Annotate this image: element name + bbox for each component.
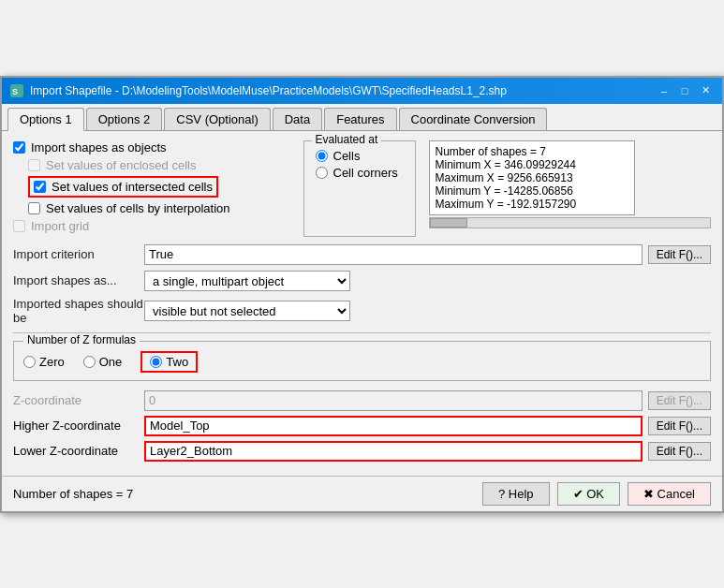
app-icon: S — [9, 83, 24, 98]
import-grid-label: Import grid — [31, 219, 89, 233]
z-radio-two-box: Two — [140, 351, 198, 373]
edit-higher-button[interactable]: Edit F()... — [648, 417, 711, 435]
checkbox-row-import-grid: Import grid — [13, 219, 296, 233]
help-button[interactable]: ? Help — [482, 482, 550, 506]
close-button[interactable]: ✕ — [696, 82, 715, 99]
status-buttons: ? Help ✔ OK ✖ Cancel — [482, 482, 711, 506]
z-zero-label[interactable]: Zero — [39, 355, 65, 369]
maximize-button[interactable]: □ — [675, 82, 694, 99]
eval-corners-label[interactable]: Cell corners — [333, 166, 398, 180]
import-shapes-as-row: Import shapes as... a single, multipart … — [13, 271, 711, 291]
higher-z-input[interactable] — [144, 416, 643, 436]
info-scrollbar-horizontal[interactable] — [429, 217, 712, 228]
evaluated-at-legend: Evaluated at — [312, 133, 382, 146]
z-zero-radio[interactable] — [23, 356, 36, 368]
edit-z-button: Edit F()... — [648, 391, 711, 410]
status-text: Number of shapes = 7 — [13, 487, 133, 501]
info-line-3: Minimum Y = -14285.06856 — [436, 184, 628, 198]
status-bar: Number of shapes = 7 ? Help ✔ OK ✖ Cance… — [2, 476, 722, 511]
tab-coordinate[interactable]: Coordinate Conversion — [399, 108, 548, 130]
z-coord-row: Z-coordinate Edit F()... — [13, 390, 711, 411]
tab-features[interactable]: Features — [324, 108, 396, 130]
tab-bar: Options 1 Options 2 CSV (Optional) Data … — [2, 104, 722, 131]
z-one-radio[interactable] — [83, 356, 96, 368]
minimize-button[interactable]: – — [655, 82, 673, 99]
radio-corners-row: Cell corners — [316, 166, 404, 180]
higher-z-coord-row: Higher Z-coordinate Edit F()... — [13, 416, 711, 436]
checkbox-row-intersected: Set values of intersected cells — [13, 176, 296, 198]
info-section: Number of shapes = 7 Minimum X = 346.099… — [429, 140, 712, 237]
intersected-cells-label[interactable]: Set values of intersected cells — [52, 180, 213, 194]
import-criterion-row: Import criterion Edit F()... — [13, 244, 711, 265]
tab-csv[interactable]: CSV (Optional) — [164, 108, 270, 130]
enclosed-cells-label: Set values of enclosed cells — [46, 158, 196, 172]
info-box: Number of shapes = 7 Minimum X = 346.099… — [429, 140, 635, 215]
eval-corners-radio[interactable] — [316, 167, 328, 179]
edit-lower-button[interactable]: Edit F()... — [648, 442, 711, 461]
tab-options2[interactable]: Options 2 — [86, 108, 163, 130]
eval-cells-radio[interactable] — [316, 150, 328, 162]
imported-shapes-label: Imported shapes should be — [13, 297, 144, 325]
intersected-cells-checkbox[interactable] — [34, 181, 46, 193]
top-section: Import shapes as objects Set values of e… — [13, 140, 711, 237]
eval-cells-label[interactable]: Cells — [333, 149, 361, 163]
import-shapes-label[interactable]: Import shapes as objects — [31, 140, 167, 154]
ok-button[interactable]: ✔ OK — [557, 482, 620, 506]
info-line-2: Maximum X = 9256.665913 — [436, 171, 628, 184]
import-criterion-label: Import criterion — [13, 247, 144, 261]
main-content: Import shapes as objects Set values of e… — [2, 131, 722, 476]
lower-z-coord-row: Lower Z-coordinate Edit F()... — [13, 441, 711, 462]
z-one-label[interactable]: One — [99, 355, 123, 369]
intersected-highlight-box: Set values of intersected cells — [28, 176, 218, 198]
import-criterion-input[interactable] — [144, 244, 643, 265]
z-radio-one: One — [83, 355, 123, 369]
import-shapes-checkbox[interactable] — [13, 141, 25, 154]
z-radio-row: Zero One Two — [23, 351, 701, 373]
scrollbar-thumb — [430, 218, 467, 228]
z-radio-zero: Zero — [23, 355, 65, 369]
z-coord-label: Z-coordinate — [13, 393, 144, 407]
radio-cells-row: Cells — [316, 149, 404, 163]
tab-data[interactable]: Data — [273, 108, 322, 130]
checkbox-row-import-shapes: Import shapes as objects — [13, 140, 296, 154]
title-bar: S Import Shapefile - D:\ModelingTools\Mo… — [2, 78, 722, 104]
checkbox-row-interpolation: Set values of cells by interpolation — [13, 201, 296, 215]
edit-criterion-button[interactable]: Edit F()... — [648, 245, 711, 264]
main-window: S Import Shapefile - D:\ModelingTools\Mo… — [0, 76, 724, 513]
tab-options1[interactable]: Options 1 — [7, 108, 84, 131]
z-two-label[interactable]: Two — [166, 355, 188, 369]
enclosed-cells-checkbox[interactable] — [28, 159, 40, 171]
title-controls: – □ ✕ — [655, 82, 715, 99]
lower-z-input[interactable] — [144, 441, 643, 462]
z-coord-input — [144, 390, 643, 411]
info-line-0: Number of shapes = 7 — [436, 145, 628, 158]
checkbox-row-enclosed: Set values of enclosed cells — [13, 158, 296, 172]
svg-text:S: S — [12, 87, 18, 96]
info-line-4: Maximum Y = -192.9157290 — [436, 198, 628, 211]
evaluated-at-box: Evaluated at Cells Cell corners — [303, 140, 416, 237]
imported-shapes-row: Imported shapes should be visible but no… — [13, 297, 711, 325]
interpolation-checkbox[interactable] — [28, 202, 40, 214]
higher-z-label: Higher Z-coordinate — [13, 419, 144, 433]
z-formulas-legend: Number of Z formulas — [23, 333, 140, 346]
title-bar-left: S Import Shapefile - D:\ModelingTools\Mo… — [9, 83, 507, 98]
import-grid-checkbox[interactable] — [13, 220, 25, 232]
lower-z-label: Lower Z-coordinate — [13, 444, 144, 458]
info-line-1: Minimum X = 346.09929244 — [436, 158, 628, 171]
imported-shapes-select[interactable]: visible but not selected visible and sel… — [144, 301, 350, 321]
z-two-radio[interactable] — [150, 356, 162, 368]
checkboxes-column: Import shapes as objects Set values of e… — [13, 140, 296, 237]
interpolation-label[interactable]: Set values of cells by interpolation — [46, 201, 230, 215]
window-title: Import Shapefile - D:\ModelingTools\Mode… — [30, 84, 507, 97]
import-shapes-as-select[interactable]: a single, multipart object individual ob… — [144, 271, 350, 291]
z-formulas-box: Number of Z formulas Zero One Two — [13, 341, 711, 381]
import-shapes-as-label: Import shapes as... — [13, 273, 144, 287]
cancel-button[interactable]: ✖ Cancel — [628, 482, 711, 506]
